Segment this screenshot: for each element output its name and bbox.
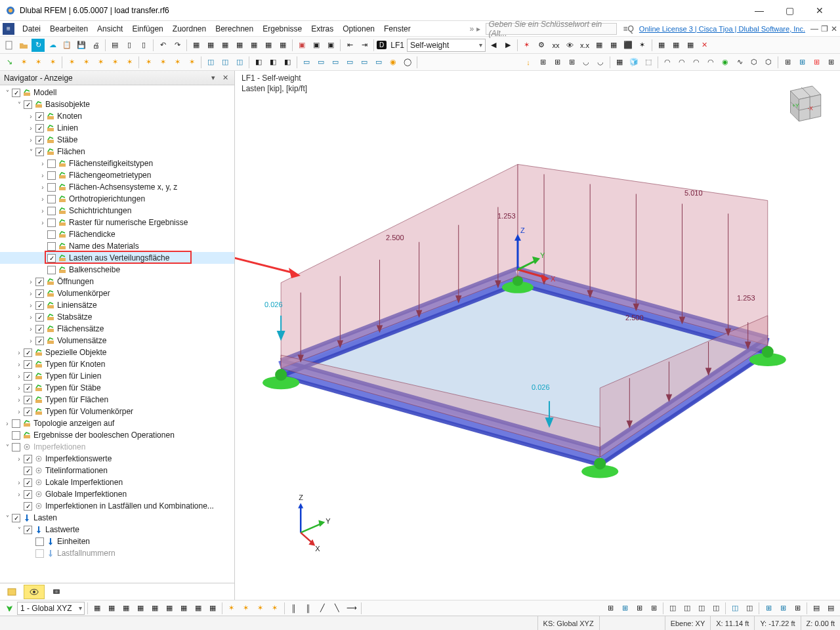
tree-item[interactable]: ˅Lasten	[0, 512, 234, 524]
g6-icon[interactable]: ▭	[372, 56, 385, 69]
bt24-icon[interactable]: ◫	[666, 602, 679, 615]
tree-checkbox[interactable]	[24, 348, 32, 357]
bt13-icon[interactable]: ✶	[268, 602, 282, 615]
tree-item[interactable]: ˅Basisobjekte	[0, 98, 234, 110]
tree-item[interactable]: Lasten aus Verteilungsfläche	[0, 252, 234, 264]
table3-icon[interactable]: ▦	[219, 39, 232, 52]
tree-checkbox[interactable]	[47, 266, 56, 274]
open-folder-icon[interactable]	[17, 39, 30, 52]
c7-icon[interactable]: ⬡	[747, 56, 761, 69]
c2-icon[interactable]: ◠	[675, 56, 688, 69]
license-link[interactable]: Online License 3 | Cisca Tjoa | Dlubal S…	[639, 25, 805, 33]
viewport-3d[interactable]: LF1 - Self-weight Lasten [kip], [kip/ft]	[235, 71, 840, 600]
tree-item[interactable]: ›Globale Imperfektionen	[0, 488, 234, 500]
tree-checkbox[interactable]	[47, 219, 56, 227]
bt21-icon[interactable]: ⊞	[618, 602, 631, 615]
tree-item[interactable]: Imperfektionen in Lastfällen und Kombina…	[0, 500, 234, 512]
tree-item[interactable]: ›Typen für Flächen	[0, 394, 234, 406]
tree-item[interactable]: ˅Imperfektionen	[0, 441, 234, 453]
tree-item[interactable]: ›Typen für Linien	[0, 370, 234, 382]
tree-item[interactable]: ›Flächen-Achsensysteme x, y, z	[0, 181, 234, 193]
tree-checkbox[interactable]	[24, 455, 32, 463]
m1-icon[interactable]: ◧	[252, 56, 265, 69]
tree-twisty-icon[interactable]: ˅	[26, 148, 35, 156]
tree-twisty-icon[interactable]: ›	[14, 479, 24, 486]
tree-checkbox[interactable]	[24, 396, 32, 404]
bt32-icon[interactable]: ⊞	[791, 602, 804, 615]
bt28-icon[interactable]: ◫	[728, 602, 742, 615]
render3-icon[interactable]: ▦	[684, 39, 697, 52]
c3-icon[interactable]: ◠	[690, 56, 703, 69]
menu-extras[interactable]: Extras	[307, 23, 337, 35]
tree-twisty-icon[interactable]: ›	[26, 314, 35, 321]
tree-twisty-icon[interactable]: ›	[26, 290, 35, 297]
render1-icon[interactable]: ▦	[655, 39, 668, 52]
tree-item[interactable]: ›Flächensätze	[0, 323, 234, 335]
v5-icon[interactable]: ◡	[579, 56, 593, 69]
tree-checkbox[interactable]	[12, 514, 20, 522]
bt20-icon[interactable]: ⊞	[604, 602, 617, 615]
bt18-icon[interactable]: ⟶	[345, 602, 358, 615]
tree-checkbox[interactable]	[24, 360, 32, 369]
tree-checkbox[interactable]	[12, 431, 20, 440]
bt30-icon[interactable]: ⊞	[762, 602, 775, 615]
bt26-icon[interactable]: ◫	[695, 602, 708, 615]
tree-item[interactable]: ›Öffnungen	[0, 276, 234, 287]
tree-item[interactable]: ›Spezielle Objekte	[0, 346, 234, 358]
bt25-icon[interactable]: ◫	[681, 602, 694, 615]
v2-icon[interactable]: ⊞	[536, 56, 549, 69]
tree-checkbox[interactable]	[47, 230, 56, 239]
tree-item[interactable]: ›Flächengeometrietypen	[0, 169, 234, 181]
calc-icon[interactable]: ▣	[295, 39, 308, 52]
tree-item[interactable]: ›Flächensteifigkeitstypen	[0, 158, 234, 169]
cs-icon[interactable]: ⮟	[3, 602, 16, 615]
disp7-icon[interactable]: ▦	[607, 39, 620, 52]
tree-checkbox[interactable]	[35, 537, 44, 546]
menu-einfügen[interactable]: Einfügen	[128, 23, 167, 35]
g3-icon[interactable]: ▭	[329, 56, 342, 69]
tree-item[interactable]: ›Topologie anzeigen auf	[0, 417, 234, 429]
disp4-icon[interactable]: 👁	[564, 39, 577, 52]
sel3-icon[interactable]: ✶	[32, 56, 45, 69]
bt10-icon[interactable]: ✶	[225, 602, 238, 615]
disp8-icon[interactable]: ⬛	[621, 39, 635, 52]
tree-item[interactable]: ›Linien	[0, 122, 234, 134]
doc-icon[interactable]: ▯	[137, 39, 150, 52]
tree-twisty-icon[interactable]: ›	[14, 491, 24, 498]
m3-icon[interactable]: ◧	[281, 56, 294, 69]
tree-twisty-icon[interactable]: ›	[14, 455, 24, 463]
sub-close-button[interactable]: ✕	[831, 24, 837, 33]
tree-item[interactable]: ›Lokale Imperfektionen	[0, 476, 234, 488]
tree-checkbox[interactable]	[47, 195, 56, 203]
tree-twisty-icon[interactable]: ›	[26, 125, 35, 132]
menu-overflow[interactable]: » ▸	[470, 24, 480, 33]
tree-checkbox[interactable]	[24, 526, 32, 534]
bt11-icon[interactable]: ✶	[240, 602, 253, 615]
tree-item[interactable]: ›Volumensätze	[0, 335, 234, 346]
disp6-icon[interactable]: ▦	[593, 39, 606, 52]
sync-icon[interactable]: ↻	[32, 39, 45, 52]
panel-float-button[interactable]: ▾	[208, 73, 219, 83]
tree-twisty-icon[interactable]: ›	[38, 172, 47, 179]
tree-twisty-icon[interactable]: ›	[26, 337, 35, 345]
tree-checkbox[interactable]	[35, 549, 44, 558]
tree-checkbox[interactable]	[35, 148, 44, 156]
tree-item[interactable]: ˅Lastwerte	[0, 524, 234, 536]
tree-item[interactable]: Balkenscheibe	[0, 264, 234, 276]
v4-icon[interactable]: ⊞	[565, 56, 578, 69]
tool1-icon[interactable]: ✶	[142, 56, 155, 69]
tree-twisty-icon[interactable]: ˅	[3, 89, 12, 96]
disp9-icon[interactable]: ✶	[636, 39, 649, 52]
bt1-icon[interactable]: ▦	[91, 602, 104, 615]
tree-checkbox[interactable]	[35, 124, 44, 133]
tree-checkbox[interactable]	[35, 112, 44, 121]
tree-checkbox[interactable]	[35, 313, 44, 322]
menu-zuordnen[interactable]: Zuordnen	[169, 23, 210, 35]
cs-select[interactable]: 1 - Global XYZ	[17, 602, 85, 615]
tree-checkbox[interactable]	[47, 254, 56, 262]
tree-item[interactable]: ›Typen für Volumenkörper	[0, 406, 234, 417]
tree-item[interactable]: ›Knoten	[0, 110, 234, 122]
tree-twisty-icon[interactable]: ›	[26, 326, 35, 333]
tree-item[interactable]: Ergebnisse der booleschen Operationen	[0, 429, 234, 441]
tree-twisty-icon[interactable]: ›	[38, 219, 47, 226]
